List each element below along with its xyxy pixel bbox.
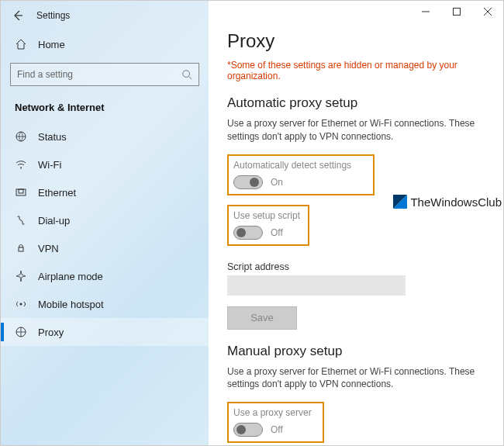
auto-detect-label: Automatically detect settings bbox=[233, 160, 351, 171]
script-address-input[interactable] bbox=[227, 275, 406, 296]
use-proxy-label: Use a proxy server bbox=[233, 407, 312, 418]
search-icon bbox=[181, 69, 192, 80]
arrow-left-icon bbox=[12, 9, 24, 22]
nav-item-vpn[interactable]: VPN bbox=[1, 234, 209, 262]
maximize-button[interactable] bbox=[441, 1, 472, 22]
hotspot-icon bbox=[15, 298, 27, 310]
save-button[interactable]: Save bbox=[227, 306, 297, 330]
window-title: Settings bbox=[36, 10, 70, 21]
nav-label: Ethernet bbox=[38, 187, 76, 199]
watermark-text: TheWindowsClub bbox=[410, 195, 502, 209]
use-proxy-status: Off bbox=[271, 424, 283, 435]
svg-rect-3 bbox=[16, 189, 26, 195]
svg-rect-5 bbox=[19, 247, 23, 251]
script-address-label: Script address bbox=[227, 261, 485, 272]
manual-heading: Manual proxy setup bbox=[227, 344, 485, 359]
search-box[interactable] bbox=[10, 63, 199, 86]
setup-script-toggle[interactable] bbox=[233, 226, 263, 240]
nav-item-hotspot[interactable]: Mobile hotspot bbox=[1, 290, 209, 318]
nav-label: Mobile hotspot bbox=[38, 299, 104, 310]
vpn-icon bbox=[15, 242, 27, 254]
use-proxy-toggle[interactable] bbox=[233, 423, 263, 437]
nav-item-status[interactable]: Status bbox=[1, 123, 209, 150]
svg-rect-4 bbox=[19, 189, 23, 193]
back-button[interactable] bbox=[10, 8, 26, 23]
use-proxy-setting: Use a proxy server Off bbox=[227, 402, 324, 443]
svg-point-0 bbox=[183, 71, 190, 78]
title-bar: Settings bbox=[1, 1, 209, 30]
close-button[interactable] bbox=[472, 1, 503, 22]
minimize-button[interactable] bbox=[410, 1, 441, 22]
auto-detect-status: On bbox=[271, 177, 283, 188]
search-input[interactable] bbox=[17, 69, 181, 80]
org-warning: *Some of these settings are hidden or ma… bbox=[227, 60, 485, 81]
main-content: Proxy *Some of these settings are hidden… bbox=[209, 1, 503, 445]
svg-point-2 bbox=[20, 168, 22, 169]
nav-label: Airplane mode bbox=[38, 271, 103, 282]
nav-label: Proxy bbox=[38, 327, 64, 338]
nav-item-airplane[interactable]: Airplane mode bbox=[1, 262, 209, 290]
window-controls bbox=[410, 1, 503, 22]
auto-desc: Use a proxy server for Ethernet or Wi-Fi… bbox=[227, 117, 485, 143]
home-label: Home bbox=[38, 39, 65, 50]
nav-item-ethernet[interactable]: Ethernet bbox=[1, 178, 209, 206]
nav-label: Wi-Fi bbox=[38, 159, 61, 171]
svg-point-6 bbox=[20, 303, 22, 306]
wifi-icon bbox=[15, 158, 27, 171]
nav-label: Dial-up bbox=[38, 215, 70, 226]
close-icon bbox=[484, 8, 492, 16]
nav-item-dialup[interactable]: Dial-up bbox=[1, 206, 209, 234]
sidebar: Settings Home Network & Internet Status … bbox=[1, 1, 209, 445]
auto-detect-toggle[interactable] bbox=[233, 175, 263, 189]
dialup-icon bbox=[15, 214, 27, 226]
nav-label: VPN bbox=[38, 243, 59, 254]
auto-detect-setting: Automatically detect settings On bbox=[227, 154, 375, 195]
nav-list: Status Wi-Fi Ethernet Dial-up VPN Airpla… bbox=[1, 123, 209, 346]
svg-rect-8 bbox=[454, 9, 461, 16]
home-icon bbox=[15, 38, 27, 50]
home-link[interactable]: Home bbox=[1, 30, 209, 58]
category-heading: Network & Internet bbox=[1, 95, 209, 123]
watermark: TheWindowsClub bbox=[393, 195, 502, 209]
ethernet-icon bbox=[15, 186, 27, 199]
page-title: Proxy bbox=[227, 30, 485, 52]
nav-item-wifi[interactable]: Wi-Fi bbox=[1, 150, 209, 178]
setup-script-label: Use setup script bbox=[233, 210, 300, 221]
auto-heading: Automatic proxy setup bbox=[227, 95, 485, 111]
setup-script-status: Off bbox=[271, 227, 283, 238]
nav-label: Status bbox=[38, 131, 67, 143]
maximize-icon bbox=[453, 8, 461, 16]
minimize-icon bbox=[422, 8, 430, 16]
airplane-icon bbox=[15, 270, 27, 282]
setup-script-setting: Use setup script Off bbox=[227, 205, 309, 246]
manual-desc: Use a proxy server for Ethernet or Wi-Fi… bbox=[227, 365, 485, 392]
nav-item-proxy[interactable]: Proxy bbox=[1, 318, 209, 346]
status-icon bbox=[15, 130, 27, 143]
proxy-icon bbox=[15, 326, 27, 338]
